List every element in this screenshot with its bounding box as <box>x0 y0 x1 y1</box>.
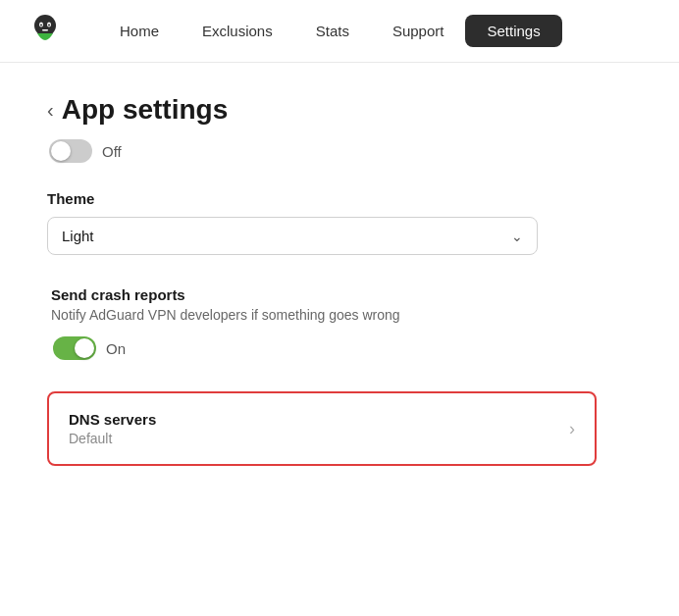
nav-support[interactable]: Support <box>371 15 466 47</box>
back-row: ‹ App settings <box>47 94 632 126</box>
svg-rect-5 <box>42 29 48 31</box>
chevron-right-icon: › <box>569 419 575 439</box>
nav-settings[interactable]: Settings <box>465 15 561 47</box>
main-toggle-label: Off <box>102 143 122 160</box>
nav-home[interactable]: Home <box>98 15 181 47</box>
crash-reports-description: Notify AdGuard VPN developers if somethi… <box>51 307 632 323</box>
dns-card-text: DNS servers Default <box>69 411 156 446</box>
theme-dropdown[interactable]: Light ⌄ <box>47 217 538 255</box>
theme-section: Theme Light ⌄ <box>47 190 632 255</box>
dns-servers-card[interactable]: DNS servers Default › <box>47 391 597 466</box>
svg-point-4 <box>48 24 50 26</box>
dns-card-subtitle: Default <box>69 431 156 446</box>
theme-label: Theme <box>47 190 632 207</box>
nav-exclusions[interactable]: Exclusions <box>181 15 294 47</box>
crash-reports-section: Send crash reports Notify AdGuard VPN de… <box>51 286 632 360</box>
dns-card-title: DNS servers <box>69 411 156 428</box>
crash-toggle-label: On <box>106 340 126 357</box>
crash-toggle-row: On <box>53 336 632 360</box>
svg-point-3 <box>40 24 42 26</box>
page-title: App settings <box>62 94 229 126</box>
nav-links: Home Exclusions Stats Support Settings <box>98 15 655 47</box>
crash-toggle-knob <box>75 338 94 358</box>
theme-selected-value: Light <box>62 228 94 244</box>
main-toggle[interactable] <box>49 139 92 163</box>
main-toggle-row: Off <box>49 139 632 163</box>
svg-point-0 <box>34 15 56 36</box>
navigation: Home Exclusions Stats Support Settings <box>0 0 679 63</box>
main-content: ‹ App settings Off Theme Light ⌄ Send cr… <box>0 63 679 497</box>
back-button[interactable]: ‹ <box>47 99 54 122</box>
app-logo <box>24 10 67 53</box>
crash-reports-title: Send crash reports <box>51 286 632 303</box>
nav-stats[interactable]: Stats <box>294 15 371 47</box>
main-toggle-knob <box>51 141 71 161</box>
crash-toggle[interactable] <box>53 336 96 360</box>
chevron-down-icon: ⌄ <box>511 229 523 244</box>
